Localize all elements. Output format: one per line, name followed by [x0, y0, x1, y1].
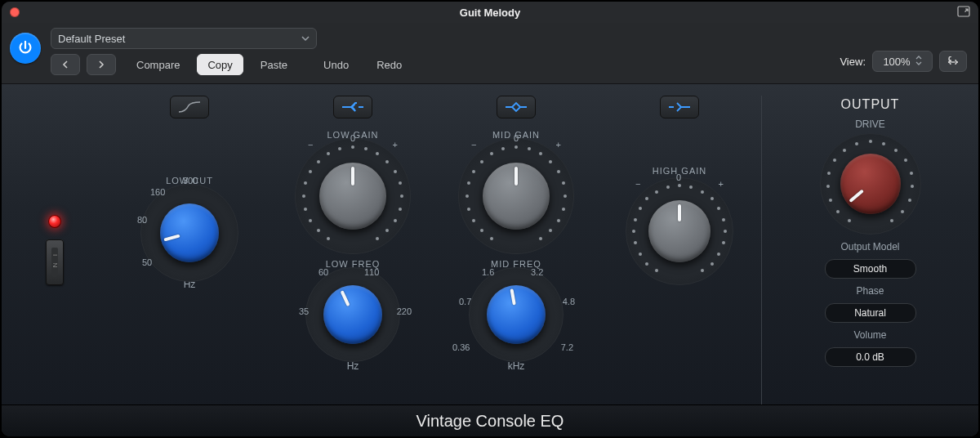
- section-lowcut: LOW CUT 50 80 160 300 Hz: [108, 96, 271, 404]
- view-zoom-value: 100%: [883, 56, 910, 68]
- high-gain-zero: 0: [676, 172, 681, 182]
- chevron-down-icon: [301, 33, 310, 45]
- lowfreq-60: 60: [318, 267, 328, 277]
- prev-preset-button[interactable]: [51, 54, 80, 75]
- bell-icon: [504, 101, 528, 114]
- lowcut-enable-button[interactable]: [170, 96, 209, 118]
- volume-value: 0.0 dB: [856, 351, 884, 363]
- window-title: Guit Melody: [460, 7, 520, 19]
- midfreq-16: 1.6: [482, 267, 494, 277]
- link-button[interactable]: [939, 51, 967, 72]
- output-model-label: Output Model: [840, 241, 899, 253]
- mid-gain-knob[interactable]: [461, 141, 571, 251]
- mid-gain-plus: +: [556, 140, 561, 150]
- low-gain-knob[interactable]: [298, 141, 408, 251]
- toolbar-right: View: 100%: [840, 51, 967, 72]
- volume-label: Volume: [853, 329, 886, 341]
- lowcut-freq-knob[interactable]: [147, 190, 232, 275]
- section-low: LOW GAIN − 0 + LOW FREQ: [271, 96, 434, 404]
- highshelf-icon: [667, 101, 692, 114]
- phase-value: Natural: [854, 307, 886, 319]
- lowfreq-35: 35: [299, 306, 309, 316]
- output-title: OUTPUT: [841, 97, 900, 112]
- mid-freq-knob[interactable]: [474, 272, 559, 357]
- preset-select[interactable]: Default Preset: [51, 28, 317, 49]
- section-mid: MID GAIN − 0 + MID FREQ: [434, 96, 598, 404]
- volume-field[interactable]: 0.0 dB: [825, 347, 916, 367]
- tick-50: 50: [142, 257, 152, 267]
- toolbar-left: Default Preset Compare Copy Paste Undo R…: [51, 28, 412, 75]
- toolbar-buttons: Compare Copy Paste Undo Redo: [51, 54, 412, 75]
- eq-sections: LOW CUT 50 80 160 300 Hz: [108, 96, 978, 404]
- high-gain-minus: −: [635, 179, 640, 189]
- midfreq-48: 4.8: [563, 297, 575, 306]
- low-gain-plus: +: [393, 140, 398, 150]
- section-output: OUTPUT DRIVE Output Model Smooth: [761, 96, 978, 404]
- midfreq-32: 3.2: [531, 267, 543, 277]
- low-enable-button[interactable]: [333, 96, 372, 118]
- mid-enable-button[interactable]: [497, 96, 536, 118]
- undo-button[interactable]: Undo: [313, 54, 359, 75]
- copy-button[interactable]: Copy: [197, 54, 243, 75]
- view-label: View:: [840, 56, 866, 68]
- tick-80: 80: [137, 215, 147, 225]
- plugin-footer: Vintage Console EQ: [2, 404, 978, 436]
- drive-knob[interactable]: [823, 136, 918, 231]
- in-switch-label: I N: [51, 248, 58, 277]
- mid-gain-zero: 0: [514, 133, 519, 143]
- tick-300: 300: [183, 176, 198, 185]
- preset-name: Default Preset: [58, 33, 125, 45]
- lowfreq-220: 220: [397, 306, 412, 316]
- titlebar: Guit Melody: [2, 2, 978, 23]
- midfreq-07: 0.7: [459, 297, 471, 306]
- power-button[interactable]: [10, 33, 41, 64]
- lowshelf-icon: [341, 101, 365, 114]
- fullscreen-icon[interactable]: [957, 6, 970, 20]
- low-freq-unit: Hz: [347, 360, 359, 372]
- phase-label: Phase: [856, 285, 884, 297]
- compare-button[interactable]: Compare: [126, 54, 190, 75]
- redo-button[interactable]: Redo: [366, 54, 412, 75]
- mid-freq-unit: kHz: [508, 360, 525, 372]
- plugin-panel: I N LOW CUT: [2, 84, 978, 436]
- plugin-window: Guit Melody Default Preset: [2, 2, 978, 436]
- tick-160: 160: [150, 187, 165, 197]
- midfreq-72: 7.2: [561, 342, 573, 352]
- low-freq-knob[interactable]: [310, 272, 395, 357]
- input-strip: I N: [2, 96, 108, 404]
- close-window-button[interactable]: [10, 7, 20, 17]
- high-gain-knob[interactable]: [629, 181, 730, 282]
- signal-led: [48, 215, 61, 228]
- output-model-select[interactable]: Smooth: [825, 259, 916, 279]
- toolbar: Default Preset Compare Copy Paste Undo R…: [2, 23, 978, 84]
- low-gain-zero: 0: [350, 133, 355, 143]
- output-model-value: Smooth: [853, 263, 887, 275]
- high-gain-plus: +: [719, 179, 724, 189]
- section-high: HIGH GAIN − 0 +: [598, 96, 761, 404]
- in-switch[interactable]: I N: [46, 239, 64, 285]
- next-preset-button[interactable]: [87, 54, 116, 75]
- highpass-icon: [177, 101, 202, 114]
- lowfreq-110: 110: [364, 267, 379, 277]
- phase-select[interactable]: Natural: [825, 303, 916, 323]
- drive-label: DRIVE: [855, 118, 885, 130]
- high-enable-button[interactable]: [660, 96, 699, 118]
- paste-button[interactable]: Paste: [250, 54, 298, 75]
- low-gain-minus: −: [308, 140, 313, 150]
- mid-gain-minus: −: [471, 140, 476, 150]
- view-zoom-select[interactable]: 100%: [872, 51, 933, 72]
- plugin-name: Vintage Console EQ: [416, 412, 564, 431]
- stepper-sort-icon: [915, 56, 922, 68]
- midfreq-036: 0.36: [452, 342, 470, 352]
